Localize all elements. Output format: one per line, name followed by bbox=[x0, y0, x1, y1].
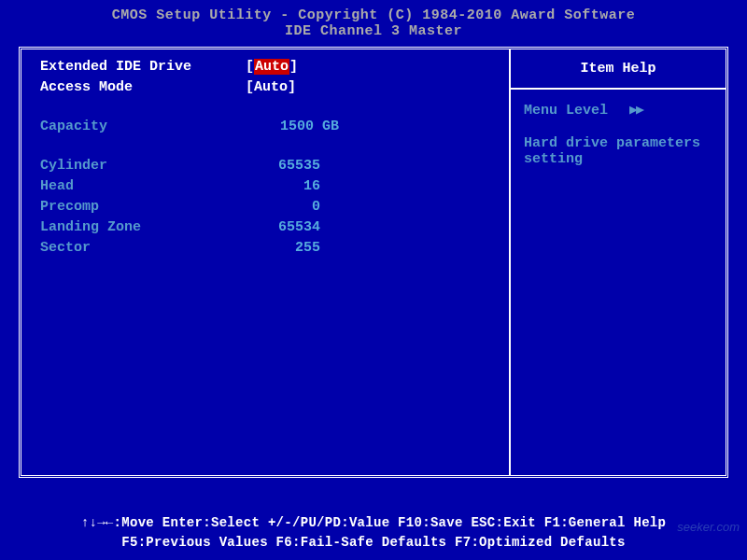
setting-label: Landing Zone bbox=[40, 219, 246, 238]
arrow-right-icon: ▶▶ bbox=[629, 103, 642, 119]
menu-level-label: Menu Level bbox=[524, 103, 608, 119]
setting-label: Access Mode bbox=[40, 79, 246, 98]
bios-title: CMOS Setup Utility - Copyright (C) 1984-… bbox=[0, 0, 747, 43]
menu-level: Menu Level ▶▶ bbox=[524, 101, 712, 119]
setting-value: 65535 bbox=[246, 158, 320, 176]
footer-line-1: ↑↓→←:Move Enter:Select +/-/PU/PD:Value F… bbox=[0, 513, 747, 533]
setting-value: 255 bbox=[246, 240, 320, 259]
setting-label: Sector bbox=[40, 240, 246, 259]
settings-panel: Extended IDE Drive [Auto] Access Mode [A… bbox=[21, 49, 511, 475]
setting-label: Cylinder bbox=[40, 158, 246, 176]
setting-value: [Auto] bbox=[246, 59, 298, 77]
setting-value: 0 bbox=[246, 199, 320, 217]
setting-cylinder: Cylinder 65535 bbox=[40, 158, 490, 176]
setting-head: Head 16 bbox=[40, 178, 490, 197]
help-description: Hard drive parameters setting bbox=[524, 135, 712, 167]
setting-landing-zone: Landing Zone 65534 bbox=[40, 219, 490, 238]
setting-label: Head bbox=[40, 178, 246, 197]
footer-line-2: F5:Previous Values F6:Fail-Safe Defaults… bbox=[0, 533, 747, 553]
title-line-2: IDE Channel 3 Master bbox=[0, 23, 747, 39]
footer-keys: ↑↓→←:Move Enter:Select +/-/PU/PD:Value F… bbox=[0, 513, 747, 553]
setting-value: 65534 bbox=[246, 219, 320, 238]
setting-access-mode[interactable]: Access Mode [Auto] bbox=[40, 79, 490, 98]
setting-label: Capacity bbox=[40, 119, 246, 137]
watermark: seeker.com bbox=[677, 520, 740, 534]
help-content: Menu Level ▶▶ Hard drive parameters sett… bbox=[511, 90, 726, 178]
setting-capacity: Capacity 1500 GB bbox=[40, 119, 490, 137]
setting-value: 16 bbox=[246, 178, 320, 197]
setting-value: 1500 GB bbox=[246, 119, 339, 137]
setting-extended-ide-drive[interactable]: Extended IDE Drive [Auto] bbox=[40, 59, 490, 77]
help-panel: Item Help Menu Level ▶▶ Hard drive param… bbox=[511, 49, 726, 475]
setting-label: Extended IDE Drive bbox=[40, 59, 246, 77]
setting-precomp: Precomp 0 bbox=[40, 199, 490, 217]
setting-value: [Auto] bbox=[246, 79, 296, 98]
main-container: Extended IDE Drive [Auto] Access Mode [A… bbox=[19, 47, 728, 478]
title-line-1: CMOS Setup Utility - Copyright (C) 1984-… bbox=[0, 7, 747, 23]
selected-value: Auto bbox=[254, 59, 289, 75]
setting-sector: Sector 255 bbox=[40, 240, 490, 259]
setting-label: Precomp bbox=[40, 199, 246, 217]
help-title: Item Help bbox=[511, 49, 726, 90]
